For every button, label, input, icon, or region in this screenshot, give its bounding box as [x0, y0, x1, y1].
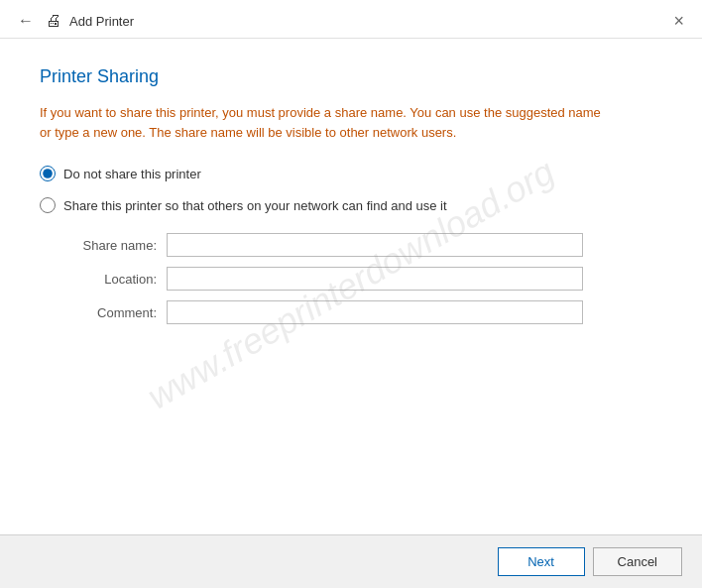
share-name-row: Share name: [67, 233, 662, 257]
sharing-options: Do not share this printer Share this pri… [40, 166, 662, 213]
dialog-title: Add Printer [69, 14, 134, 29]
next-button[interactable]: Next [498, 547, 585, 576]
no-share-radio[interactable] [40, 166, 56, 181]
footer: Next Cancel [0, 534, 702, 588]
info-text: If you want to share this printer, you m… [40, 103, 615, 142]
location-input[interactable] [167, 267, 583, 291]
title-bar: ← 🖨 Add Printer × [0, 0, 702, 39]
share-name-label: Share name: [67, 238, 157, 253]
comment-row: Comment: [67, 300, 662, 324]
no-share-label: Do not share this printer [63, 167, 201, 181]
comment-input[interactable] [167, 300, 583, 324]
form-fields: Share name: Location: Comment: [67, 233, 662, 324]
title-bar-left: ← 🖨 Add Printer [14, 11, 134, 31]
content-area: www.freeprinterdownload.org Printer Shar… [0, 39, 702, 534]
share-name-input[interactable] [167, 233, 583, 257]
share-radio[interactable] [40, 197, 56, 213]
location-label: Location: [67, 272, 157, 287]
section-title: Printer Sharing [40, 66, 662, 87]
no-share-option[interactable]: Do not share this printer [40, 166, 662, 181]
location-row: Location: [67, 267, 662, 291]
dialog-window: ← 🖨 Add Printer × www.freeprinterdownloa… [0, 0, 702, 588]
printer-icon: 🖨 [46, 12, 61, 30]
close-button[interactable]: × [669, 10, 688, 32]
share-option[interactable]: Share this printer so that others on you… [40, 197, 662, 213]
share-label: Share this printer so that others on you… [63, 198, 447, 213]
comment-label: Comment: [67, 305, 157, 320]
cancel-button[interactable]: Cancel [593, 547, 682, 576]
back-button[interactable]: ← [14, 11, 38, 31]
